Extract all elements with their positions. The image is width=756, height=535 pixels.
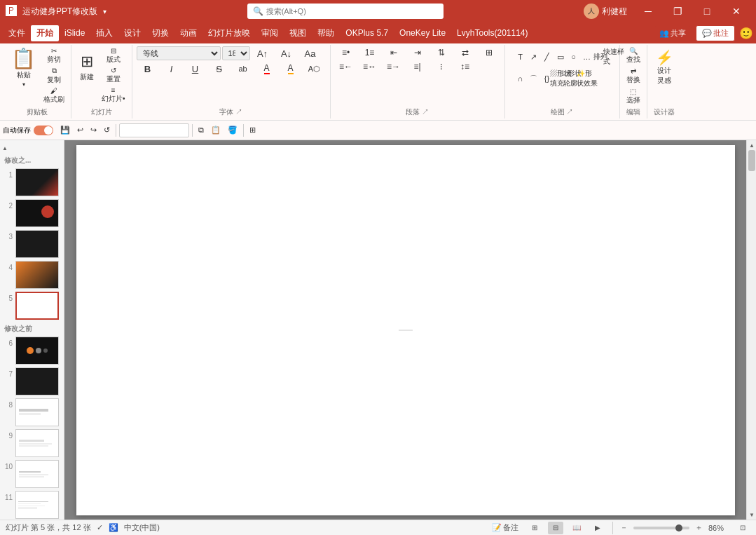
copy-button[interactable]: ⧉ 复制 [41, 66, 67, 86]
zoom-slider[interactable] [633, 527, 689, 529]
select-button[interactable]: ⬚ 选择 [624, 87, 642, 106]
slide-thumb-9[interactable]: 9 [0, 428, 64, 459]
restore-button[interactable]: ❐ [664, 1, 692, 21]
right-scroll-down[interactable]: ▼ [747, 510, 756, 520]
normal-view-button[interactable]: ⊞ [527, 522, 542, 534]
menu-insert[interactable]: 插入 [90, 25, 118, 41]
maximize-button[interactable]: □ [693, 1, 721, 21]
align-left-button[interactable]: ≡← [335, 60, 357, 73]
slide-thumb-10[interactable]: 10 [0, 459, 64, 489]
font-color-button[interactable]: A [256, 62, 278, 76]
justify-button[interactable]: ≡| [406, 60, 429, 73]
right-scroll-thumb[interactable] [748, 150, 755, 171]
undo-button[interactable]: ↩ [74, 124, 86, 136]
font-increase-button[interactable]: A↑ [252, 48, 274, 60]
menu-design[interactable]: 设计 [118, 25, 146, 41]
search-input[interactable] [266, 7, 438, 15]
slide-thumb-4[interactable]: 4 [0, 259, 64, 290]
copy-format-button[interactable]: ⧉ [195, 124, 207, 136]
col-button[interactable]: ⫶ [430, 60, 453, 73]
font-family-select[interactable]: 等线 [137, 46, 221, 60]
menu-okplus[interactable]: OKPlus 5.7 [340, 26, 394, 40]
repeat-button[interactable]: ↺ [101, 124, 113, 136]
minimize-button[interactable]: ─ [634, 1, 662, 21]
menu-lvyh[interactable]: LvyhTools(201114) [451, 26, 533, 40]
italic-button[interactable]: I [160, 62, 183, 76]
cut-button[interactable]: ✂ 剪切 [41, 46, 67, 65]
drawing-dialog-button[interactable]: ↗ [566, 108, 573, 116]
align-right-button[interactable]: ≡→ [383, 60, 405, 73]
redo-button[interactable]: ↪ [88, 124, 99, 136]
paragraph-dialog-button[interactable]: ↗ [422, 108, 429, 116]
menu-home[interactable]: 开始 [31, 25, 59, 41]
reset-button[interactable]: ↺ 重置 [99, 66, 128, 85]
more-button[interactable]: ⊞ [247, 124, 259, 136]
slideshow-button[interactable]: ▶ [590, 522, 605, 534]
save-button[interactable]: 💾 [57, 124, 73, 136]
clear-format-button[interactable]: Aa [299, 47, 322, 60]
subscript-button[interactable]: ab [232, 63, 254, 74]
layout-button[interactable]: ⊟ 版式 [99, 46, 128, 65]
increase-indent-button[interactable]: ⇥ [406, 46, 429, 59]
menu-animations[interactable]: 动画 [174, 25, 202, 41]
bold-button[interactable]: B [137, 62, 159, 76]
menu-view[interactable]: 视图 [284, 25, 312, 41]
search-bar[interactable]: 🔍 [247, 4, 444, 19]
font-decrease-button[interactable]: A↓ [275, 48, 298, 60]
align-center-button[interactable]: ≡↔ [359, 60, 381, 73]
bullets-button[interactable]: ≡• [335, 46, 357, 59]
menu-islide[interactable]: iSlide [59, 26, 90, 40]
share-button[interactable]: 👥 共享 [654, 26, 692, 41]
quick-font-input[interactable] [119, 123, 189, 137]
paste-format-button[interactable]: 📋 [208, 124, 224, 136]
slide-thumb-6[interactable]: 6 [0, 335, 64, 366]
numbering-button[interactable]: 1≡ [359, 46, 381, 59]
font-dialog-button[interactable]: ↗ [235, 108, 242, 116]
slide-thumb-5[interactable]: 5 [0, 290, 64, 321]
section-button[interactable]: ≡ 幻灯片• [99, 86, 128, 104]
format-painter-button[interactable]: 🖌 格式刷 [41, 86, 67, 105]
fit-slide-button[interactable]: ⊡ [735, 522, 750, 534]
smartart-button[interactable]: ⊞ [478, 46, 500, 59]
slide-thumb-1[interactable]: 1 [0, 167, 64, 198]
find-button[interactable]: 🔍 查找 [624, 46, 642, 65]
text-direction-button[interactable]: ⇅ [430, 46, 453, 59]
scroll-up-button[interactable]: ▲ [0, 143, 10, 153]
right-scroll-up[interactable]: ▲ [747, 140, 756, 150]
menu-review[interactable]: 审阅 [256, 25, 284, 41]
comment-button[interactable]: 💬 批注 [696, 25, 735, 41]
slide-thumb-3[interactable]: 3 [0, 229, 64, 259]
new-slide-button[interactable]: ⊞ 新建 [76, 46, 98, 88]
slide-thumb-2[interactable]: 2 [0, 198, 64, 229]
shape-effect-button[interactable]: ✨形状效果 [576, 68, 598, 89]
line-spacing-button[interactable]: ↕≡ [454, 60, 476, 73]
slide-thumb-8[interactable]: 8 [0, 397, 64, 428]
convert-button[interactable]: ⇄ [454, 46, 476, 59]
paste-dropdown[interactable]: ▾ [22, 81, 25, 88]
right-scroll-track[interactable] [747, 150, 756, 510]
paste-button[interactable]: 📋 粘贴 ▾ [7, 46, 40, 90]
strikethrough-button[interactable]: S [208, 62, 231, 76]
notes-button[interactable]: 📝 备注 [489, 522, 521, 534]
slide-thumb-11[interactable]: 11 [0, 489, 64, 520]
menu-transitions[interactable]: 切换 [146, 25, 174, 41]
title-dropdown-icon[interactable]: ▾ [103, 8, 106, 15]
designer-button[interactable]: ⚡ 设计 灵感 [652, 46, 678, 88]
paint-bucket-button[interactable]: 🪣 [225, 124, 240, 136]
reading-view-button[interactable]: 📖 [569, 522, 584, 534]
slide-sorter-button[interactable]: ⊟ [548, 522, 563, 534]
zoom-out-icon[interactable]: － [620, 522, 628, 533]
underline-button[interactable]: U [184, 62, 207, 76]
canvas-area[interactable] [64, 140, 746, 520]
close-button[interactable]: ✕ [722, 1, 750, 21]
menu-slideshow[interactable]: 幻灯片放映 [202, 25, 256, 41]
autosave-toggle[interactable] [34, 126, 53, 135]
decrease-indent-button[interactable]: ⇤ [383, 46, 405, 59]
replace-button[interactable]: ⇄ 替换 [624, 67, 642, 86]
highlight-button[interactable]: A [280, 62, 302, 76]
font-size-select[interactable]: 18 [222, 46, 250, 60]
slide-thumb-7[interactable]: 7 [0, 366, 64, 397]
menu-file[interactable]: 文件 [3, 25, 31, 41]
menu-onekey[interactable]: OneKey Lite [394, 26, 451, 40]
menu-help[interactable]: 帮助 [312, 25, 340, 41]
